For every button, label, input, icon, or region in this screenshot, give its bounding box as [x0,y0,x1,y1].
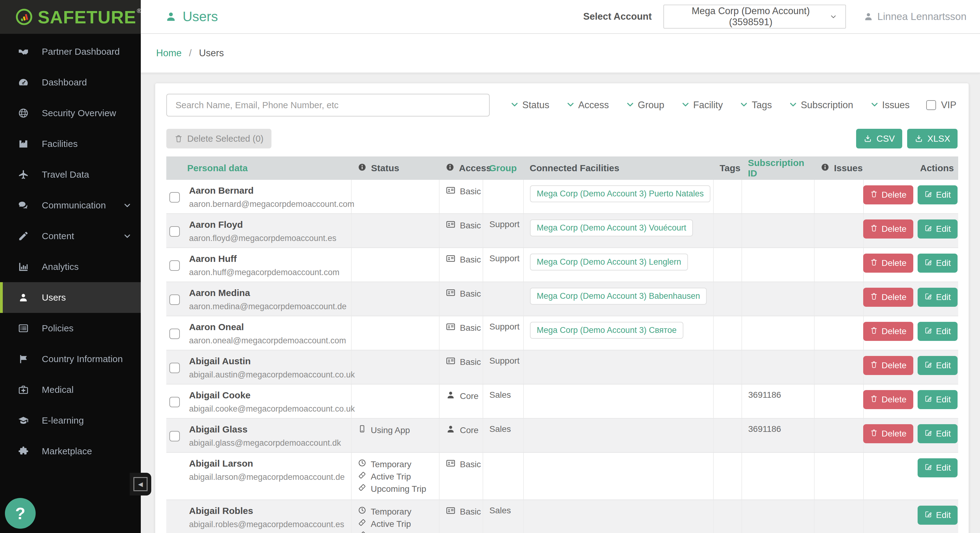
vip-checkbox[interactable] [926,100,936,110]
sidebar-collapse-button[interactable]: ◀ [130,473,151,495]
user-icon [165,10,177,23]
row-checkbox[interactable] [169,260,180,271]
edit-icon [924,463,932,473]
cell-tags [713,248,742,282]
cell-subscription-id [742,214,814,248]
info-icon[interactable] [358,162,367,174]
edit-icon [924,510,932,520]
flag-icon [17,353,30,364]
sidebar-item-country-information[interactable]: Country Information [0,344,141,374]
sidebar-item-partner-dashboard[interactable]: Partner Dashboard [0,36,141,67]
column-header-group[interactable]: Group [483,156,523,180]
column-label: Tags [720,163,741,173]
search-input[interactable] [166,94,490,116]
group-label: Support [489,322,520,331]
delete-label: Delete [881,190,907,200]
subscription-id: 3691186 [748,424,781,434]
row-checkbox[interactable] [169,431,180,441]
vip-filter[interactable]: VIP [926,100,956,111]
delete-button[interactable]: Delete [863,254,913,273]
row-checkbox[interactable] [169,192,180,202]
current-user-name: Linnea Lennartsson [877,11,966,22]
facility-badge[interactable]: Mega Corp (Demo Account 3) Lenglern [530,254,688,270]
column-label: Connected Facilities [530,163,619,173]
facility-badge[interactable]: Mega Corp (Demo Account 3) Puerto Natale… [530,185,710,202]
brand[interactable]: SAFETURE ® [0,0,141,34]
facility-badge[interactable]: Mega Corp (Demo Account 3) Vouécourt [530,220,693,236]
filter-tags[interactable]: Tags [739,100,772,111]
edit-button[interactable]: Edit [918,322,958,341]
export-xlsx-button[interactable]: XLSX [907,129,958,148]
column-header-personal[interactable]: Personal data [183,156,352,180]
comments-icon [17,200,30,211]
sidebar-item-security-overview[interactable]: Security Overview [0,98,141,129]
edit-button[interactable]: Edit [918,220,958,239]
sidebar-item-analytics[interactable]: Analytics [0,251,141,282]
delete-selected-button[interactable]: Delete Selected (0) [166,129,271,148]
filter-issues[interactable]: Issues [870,100,910,111]
sidebar-item-medical[interactable]: Medical [0,374,141,405]
export-csv-label: CSV [877,134,895,144]
row-checkbox[interactable] [169,226,180,237]
delete-button[interactable]: Delete [863,220,913,239]
filter-facility[interactable]: Facility [681,100,723,111]
delete-button[interactable]: Delete [863,185,913,204]
row-checkbox[interactable] [169,363,180,373]
table-row: Abigail Roblesabigail.robles@megacorpdem… [166,500,958,533]
filter-access[interactable]: Access [566,100,609,111]
edit-button[interactable]: Edit [918,254,958,273]
filter-subscription[interactable]: Subscription [789,100,853,111]
delete-button[interactable]: Delete [863,288,913,307]
edit-button[interactable]: Edit [918,424,958,443]
edit-button[interactable]: Edit [918,185,958,204]
edit-button[interactable]: Edit [918,506,958,525]
export-csv-button[interactable]: CSV [856,129,902,148]
edit-icon [924,395,932,405]
sidebar-item-users[interactable]: Users [0,282,141,313]
delete-button[interactable]: Delete [863,424,913,443]
sidebar-item-communication[interactable]: Communication [0,190,141,221]
account-select[interactable]: Mega Corp (Demo Account) (3598591) [663,5,846,29]
industry-icon [18,138,29,150]
cell-personal-data: Abigail Cookeabigail.cooke@megacorpdemoa… [183,384,352,418]
row-checkbox[interactable] [169,329,180,339]
sidebar-item-e-learning[interactable]: E-learning [0,405,141,436]
info-icon[interactable] [821,162,830,174]
cell-actions: DeleteEdit [864,350,958,384]
current-user[interactable]: Linnea Lennartsson [863,11,966,22]
row-checkbox[interactable] [169,294,180,305]
delete-button[interactable]: Delete [863,356,913,375]
cell-connected-facilities [523,418,713,452]
sidebar-item-facilities[interactable]: Facilities [0,129,141,159]
edit-button[interactable]: Edit [918,356,958,375]
sidebar-item-dashboard[interactable]: Dashboard [0,67,141,98]
facility-badge[interactable]: Mega Corp (Demo Account 3) Святое [530,322,683,339]
sidebar-item-content[interactable]: Content [0,221,141,251]
info-icon[interactable] [445,162,455,174]
facility-badge[interactable]: Mega Corp (Demo Account 3) Babenhausen [530,288,707,305]
row-checkbox[interactable] [169,397,180,407]
clock-icon [358,506,366,518]
breadcrumb-home-link[interactable]: Home [156,48,182,59]
edit-button[interactable]: Edit [918,390,958,409]
cell-subscription-id [742,248,814,282]
sidebar-item-marketplace[interactable]: Marketplace [0,436,141,466]
sidebar-item-label: Partner Dashboard [42,46,119,57]
column-header-subscription[interactable]: Subscription ID [742,156,814,180]
edit-icon [924,224,932,234]
delete-button[interactable]: Delete [863,390,913,409]
sidebar-item-travel-data[interactable]: Travel Data [0,159,141,190]
id-card-icon [446,288,456,300]
edit-icon [924,258,932,268]
delete-button[interactable]: Delete [863,322,913,341]
edit-button[interactable]: Edit [918,458,958,477]
edit-button[interactable]: Edit [918,288,958,307]
cell-group [483,282,523,316]
filter-group[interactable]: Group [625,100,664,111]
clock-icon [358,506,366,515]
cell-personal-data: Abigail Larsonabigail.larson@megacorpdem… [183,452,352,500]
group-label: Support [489,254,520,263]
filter-status[interactable]: Status [510,100,549,111]
help-button[interactable]: ? [5,498,36,529]
sidebar-item-policies[interactable]: Policies [0,313,141,344]
